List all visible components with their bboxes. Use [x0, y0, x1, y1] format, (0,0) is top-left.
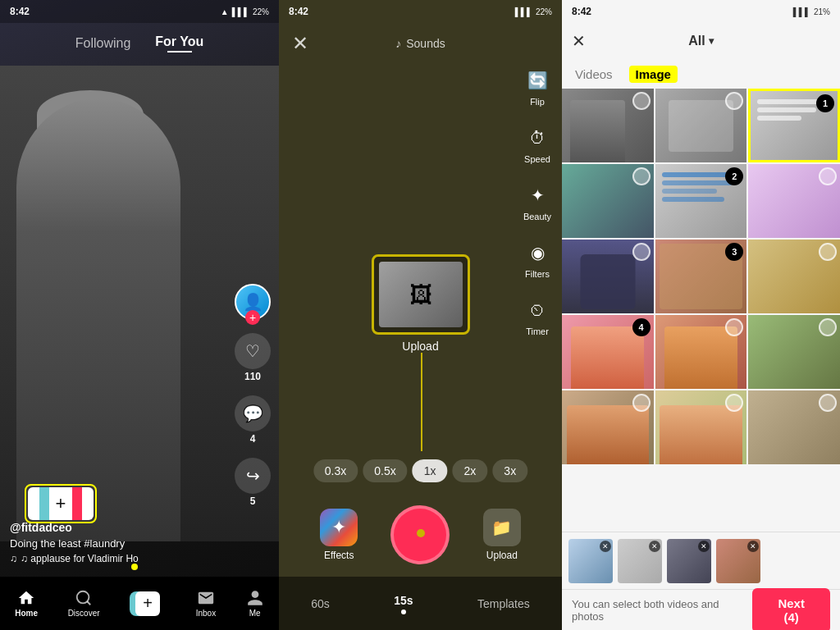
music-note-icon: ♫	[10, 553, 17, 564]
timer-label: Timer	[526, 326, 549, 336]
feed-music: ♫ ♫ applause for Vladimir Ho	[10, 553, 230, 564]
bottom-nav: Home Discover + Inbox Me	[0, 577, 279, 630]
nav-create-icon: +	[130, 591, 166, 616]
grid-cell-3[interactable]: 1	[748, 89, 840, 162]
tab-for-you[interactable]: For You	[155, 34, 203, 52]
speed-1x[interactable]: 1x	[413, 459, 448, 482]
picker-tabs: Videos Image	[562, 59, 840, 89]
nav-me-label: Me	[249, 609, 261, 618]
strip-thumb-3[interactable]: ✕	[667, 539, 711, 583]
filters-icon: ◉	[523, 238, 552, 267]
status-time: 8:42	[10, 6, 30, 17]
nav-inbox[interactable]: Inbox	[196, 589, 216, 618]
flip-icon: 🔄	[523, 66, 552, 95]
beauty-tool[interactable]: ✦ Beauty	[523, 180, 552, 221]
grid-cell-8[interactable]: 3	[655, 240, 747, 313]
speed-05x[interactable]: 0.5x	[363, 459, 407, 482]
create-button-highlight: +	[25, 484, 97, 523]
nav-home[interactable]: Home	[15, 589, 38, 618]
cell-4-unselected	[632, 167, 651, 185]
music-icon: ♪	[395, 37, 401, 50]
speed-03x[interactable]: 0.3x	[313, 459, 358, 482]
cell-11-unselected	[725, 318, 743, 336]
media-picker-panel: 8:42 ▌▌▌ 21% ✕ All ▾ Videos Image	[562, 0, 840, 630]
create-button[interactable]: +	[28, 487, 94, 520]
discover-icon	[75, 589, 93, 607]
tab-15s[interactable]: 15s	[394, 594, 413, 607]
picker-status-icons: ▌▌▌ 21%	[793, 7, 830, 16]
upload-connector-dot	[417, 529, 425, 537]
strip-thumb-1[interactable]: ✕	[568, 539, 613, 583]
picker-signal-icon: ▌▌▌	[793, 7, 810, 16]
cell-15-unselected	[819, 394, 837, 412]
like-button[interactable]: ♡ 110	[235, 333, 271, 382]
flip-tool[interactable]: 🔄 Flip	[523, 66, 552, 107]
timer-tool[interactable]: ⏲ Timer	[523, 295, 552, 336]
sounds-label: Sounds	[406, 37, 445, 50]
comment-button[interactable]: 💬 4	[235, 395, 271, 445]
profile-icon	[246, 589, 264, 607]
tab-60s[interactable]: 60s	[311, 597, 330, 610]
grid-cell-1[interactable]	[562, 89, 654, 162]
strip-remove-1[interactable]: ✕	[600, 541, 611, 552]
speed-2x[interactable]: 2x	[453, 459, 488, 482]
feed-tabs: Following For You	[0, 23, 279, 64]
grid-cell-5[interactable]: 2	[655, 164, 747, 238]
beauty-icon: ✦	[523, 180, 552, 210]
person-body	[16, 98, 180, 541]
grid-cell-7[interactable]	[562, 240, 654, 313]
cell-3-number: 1	[816, 94, 834, 112]
strip-thumb-4[interactable]: ✕	[716, 539, 760, 583]
speed-tool[interactable]: ⏱ Speed	[523, 123, 552, 164]
camera-bottom-bar: 60s 15s Templates	[279, 577, 562, 630]
grid-cell-10[interactable]: 4	[562, 315, 654, 389]
picker-close-button[interactable]: ✕	[572, 31, 586, 51]
next-button[interactable]: Next (4)	[752, 588, 830, 631]
nav-discover[interactable]: Discover	[68, 589, 100, 618]
speed-3x[interactable]: 3x	[492, 459, 527, 482]
picker-filter-label: All	[688, 34, 705, 48]
picker-status-time: 8:42	[572, 6, 591, 17]
sounds-button[interactable]: ♪ Sounds	[395, 37, 445, 50]
upload-button[interactable]: 📁 Upload	[483, 509, 521, 561]
cell-12-unselected	[819, 318, 837, 336]
upload-label: Upload	[372, 340, 470, 353]
music-text: ♫ applause for Vladimir Ho	[21, 553, 139, 564]
camera-header: ✕ ♪ Sounds	[279, 23, 562, 64]
camera-status-time: 8:42	[289, 6, 308, 17]
grid-cell-14[interactable]	[655, 390, 747, 464]
grid-cell-13[interactable]	[562, 390, 654, 464]
share-button[interactable]: ↪ 5	[235, 458, 271, 507]
grid-cell-6[interactable]	[748, 164, 840, 238]
camera-close-button[interactable]: ✕	[292, 32, 308, 55]
strip-remove-3[interactable]: ✕	[698, 541, 710, 552]
tab-templates[interactable]: Templates	[477, 597, 530, 610]
nav-me[interactable]: Me	[246, 589, 264, 618]
picker-filter-dropdown[interactable]: All ▾	[688, 34, 713, 48]
grid-cell-15[interactable]	[748, 390, 840, 464]
strip-thumb-2[interactable]: ✕	[618, 539, 662, 583]
share-count: 5	[250, 495, 256, 507]
grid-cell-2[interactable]	[655, 89, 747, 162]
grid-cell-11[interactable]	[655, 315, 747, 389]
tab-15s-container[interactable]: 15s	[394, 593, 413, 614]
tab-image[interactable]: Image	[629, 66, 678, 83]
strip-remove-4[interactable]: ✕	[747, 541, 759, 552]
picker-battery-icon: 21%	[814, 7, 830, 16]
upload-box[interactable]: 🖼 Upload	[372, 254, 470, 353]
strip-remove-2[interactable]: ✕	[649, 541, 660, 552]
effects-button[interactable]: ✦ Effects	[320, 509, 358, 561]
upload-thumbnail: 🖼	[379, 262, 463, 327]
grid-cell-9[interactable]	[748, 240, 840, 313]
speed-label: Speed	[524, 154, 550, 164]
filters-tool[interactable]: ◉ Filters	[523, 238, 552, 279]
camera-battery-icon: 22%	[536, 7, 552, 16]
comment-icon: 💬	[235, 395, 271, 431]
nav-create[interactable]: +	[130, 591, 166, 616]
grid-cell-4[interactable]	[562, 164, 654, 238]
tab-videos[interactable]: Videos	[575, 64, 613, 84]
grid-cell-12[interactable]	[748, 315, 840, 389]
media-grid: 1 2 3	[562, 89, 840, 532]
follow-avatar[interactable]: 👤 +	[235, 284, 271, 320]
tab-following[interactable]: Following	[75, 36, 131, 51]
